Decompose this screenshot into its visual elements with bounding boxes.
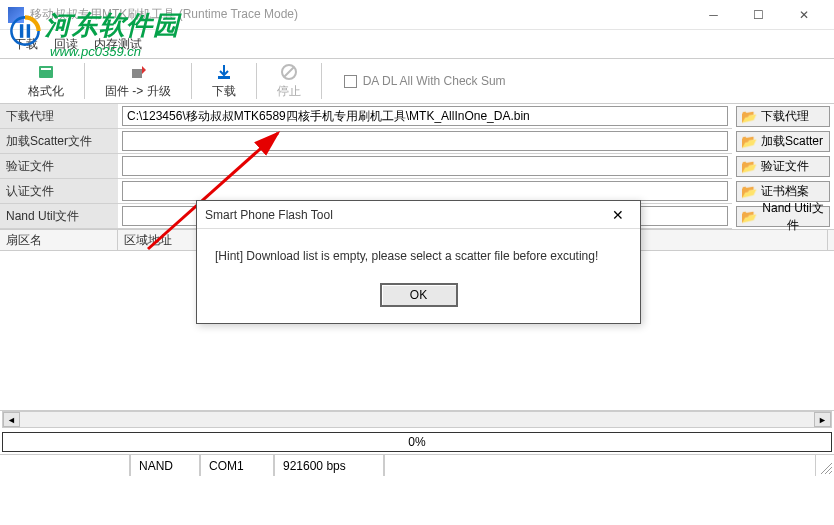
- firmware-upgrade-button[interactable]: 固件 -> 升级: [87, 61, 189, 102]
- statusbar: NAND COM1 921600 bps: [0, 454, 834, 476]
- scatter-input[interactable]: [122, 131, 728, 151]
- dialog-close-button[interactable]: ✕: [604, 203, 632, 227]
- status-baud: 921600 bps: [274, 455, 384, 476]
- status-com: COM1: [200, 455, 274, 476]
- verify-browse-button[interactable]: 📂验证文件: [736, 156, 830, 177]
- dialog-title: Smart Phone Flash Tool: [205, 208, 604, 222]
- folder-icon: 📂: [741, 184, 757, 199]
- dialog-ok-button[interactable]: OK: [380, 283, 458, 307]
- tab-memtest[interactable]: 内存测试: [88, 34, 148, 55]
- tab-download[interactable]: 下载: [8, 34, 44, 55]
- download-icon: [215, 63, 233, 81]
- label-agent: 下载代理: [0, 108, 54, 125]
- verify-input[interactable]: [122, 156, 728, 176]
- agent-browse-button[interactable]: 📂下载代理: [736, 106, 830, 127]
- status-rest: [384, 455, 816, 476]
- checkbox-icon: [344, 75, 357, 88]
- folder-icon: 📂: [741, 109, 757, 124]
- status-cell-1: [0, 455, 130, 476]
- horizontal-scrollbar[interactable]: ◄ ►: [2, 411, 832, 428]
- resize-grip-icon[interactable]: [816, 455, 834, 476]
- window-title: 移动叔叔专用MTK刷机工具 (Runtime Trace Mode): [30, 6, 691, 23]
- label-verify: 验证文件: [0, 158, 54, 175]
- svg-rect-6: [218, 76, 230, 79]
- stop-icon: [280, 63, 298, 81]
- svg-rect-5: [132, 69, 142, 78]
- dialog-message: [Hint] Download list is empty, please se…: [215, 249, 622, 263]
- titlebar: 移动叔叔专用MTK刷机工具 (Runtime Trace Mode) ─ ☐ ✕: [0, 0, 834, 30]
- toolbar: 格式化 固件 -> 升级 下载 停止 DA DL All With Check …: [0, 58, 834, 104]
- svg-rect-3: [39, 66, 53, 78]
- folder-icon: 📂: [741, 134, 757, 149]
- nand-browse-button[interactable]: 📂Nand Util文件: [736, 206, 830, 227]
- progress-bar: 0%: [2, 432, 832, 452]
- format-button[interactable]: 格式化: [10, 61, 82, 102]
- download-button[interactable]: 下载: [194, 61, 254, 102]
- progress-text: 0%: [408, 435, 425, 449]
- agent-input[interactable]: [122, 106, 728, 126]
- scroll-right-icon[interactable]: ►: [814, 412, 831, 427]
- status-nand: NAND: [130, 455, 200, 476]
- svg-line-10: [825, 467, 832, 474]
- auth-input[interactable]: [122, 181, 728, 201]
- maximize-button[interactable]: ☐: [736, 1, 781, 29]
- svg-rect-4: [41, 68, 51, 70]
- alert-dialog: Smart Phone Flash Tool ✕ [Hint] Download…: [196, 200, 641, 324]
- scatter-browse-button[interactable]: 📂加载Scatter: [736, 131, 830, 152]
- checksum-label: DA DL All With Check Sum: [363, 74, 506, 88]
- app-icon: [8, 7, 24, 23]
- close-button[interactable]: ✕: [781, 1, 826, 29]
- label-scatter: 加载Scatter文件: [0, 133, 92, 150]
- col-sector-name[interactable]: 扇区名: [0, 230, 118, 250]
- folder-icon: 📂: [741, 159, 757, 174]
- svg-line-11: [829, 471, 832, 474]
- label-nand: Nand Util文件: [0, 208, 79, 225]
- svg-line-8: [284, 67, 294, 77]
- label-auth: 认证文件: [0, 183, 54, 200]
- firmware-icon: [129, 63, 147, 81]
- folder-icon: 📂: [741, 209, 757, 224]
- tab-readback[interactable]: 回读: [48, 34, 84, 55]
- format-icon: [37, 63, 55, 81]
- minimize-button[interactable]: ─: [691, 1, 736, 29]
- stop-button: 停止: [259, 61, 319, 102]
- checksum-checkbox[interactable]: DA DL All With Check Sum: [344, 74, 506, 88]
- scroll-left-icon[interactable]: ◄: [3, 412, 20, 427]
- menubar: 下载 回读 内存测试: [0, 30, 834, 54]
